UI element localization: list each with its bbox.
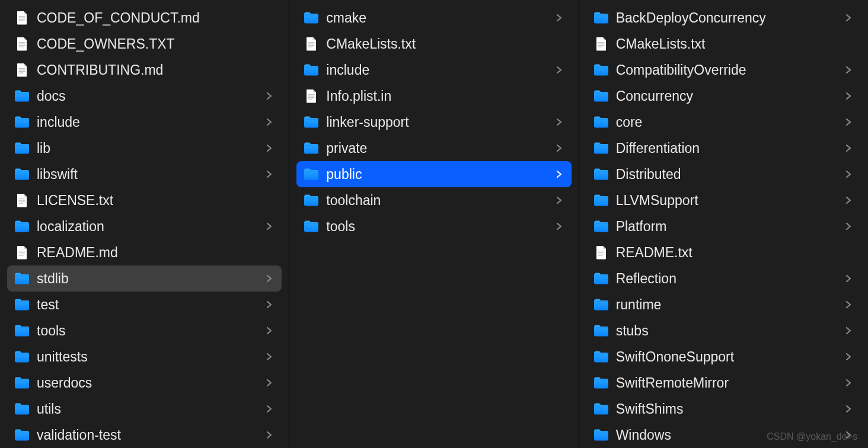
folder-item-unittests[interactable]: unittests xyxy=(7,344,282,370)
item-label: SwiftOnoneSupport xyxy=(616,349,841,365)
folder-item-swiftononesupport[interactable]: SwiftOnoneSupport xyxy=(586,344,861,370)
folder-item-differentiation[interactable]: Differentiation xyxy=(586,135,861,161)
svg-rect-19 xyxy=(19,255,24,256)
folder-item-utils[interactable]: utils xyxy=(7,396,282,422)
svg-rect-24 xyxy=(308,94,315,95)
file-item-code-of-conduct-md[interactable]: CODE_OF_CONDUCT.md xyxy=(7,5,282,31)
file-item-license-txt[interactable]: LICENSE.txt xyxy=(7,187,282,213)
item-label: utils xyxy=(37,401,261,417)
chevron-right-icon xyxy=(845,300,851,309)
file-icon xyxy=(14,11,30,24)
folder-item-platform[interactable]: Platform xyxy=(586,213,861,239)
folder-icon xyxy=(593,350,609,363)
folder-icon xyxy=(593,220,609,233)
chevron-right-icon xyxy=(266,300,272,309)
chevron-right-icon xyxy=(266,144,272,152)
item-label: Reflection xyxy=(616,271,841,287)
file-icon xyxy=(593,246,609,259)
folder-item-stubs[interactable]: stubs xyxy=(586,318,861,344)
folder-item-distributed[interactable]: Distributed xyxy=(586,161,861,187)
item-label: core xyxy=(616,114,841,130)
folder-item-localization[interactable]: localization xyxy=(7,213,282,239)
chevron-right-icon xyxy=(556,196,562,204)
folder-icon xyxy=(14,168,30,181)
folder-item-include[interactable]: include xyxy=(7,109,282,135)
file-item-cmakelists-txt[interactable]: CMakeLists.txt xyxy=(586,31,861,57)
folder-item-lib[interactable]: lib xyxy=(7,135,282,161)
folder-item-docs[interactable]: docs xyxy=(7,83,282,109)
folder-item-swiftshims[interactable]: SwiftShims xyxy=(586,396,861,422)
file-item-cmakelists-txt[interactable]: CMakeLists.txt xyxy=(296,31,571,57)
item-label: SwiftRemoteMirror xyxy=(616,375,841,391)
folder-item-reflection[interactable]: Reflection xyxy=(586,265,861,292)
folder-item-toolchain[interactable]: toolchain xyxy=(296,187,571,213)
folder-item-userdocs[interactable]: userdocs xyxy=(7,370,282,396)
item-label: validation-test xyxy=(37,427,261,443)
chevron-right-icon xyxy=(556,118,562,126)
folder-icon xyxy=(14,376,30,389)
chevron-right-icon xyxy=(845,405,851,413)
folder-item-backdeployconcurrency[interactable]: BackDeployConcurrency xyxy=(586,5,861,31)
folder-item-swiftremotemirror[interactable]: SwiftRemoteMirror xyxy=(586,370,861,396)
folder-item-libswift[interactable]: libswift xyxy=(7,161,282,187)
folder-item-runtime[interactable]: runtime xyxy=(586,292,861,318)
item-label: localization xyxy=(37,219,261,235)
folder-icon xyxy=(593,376,609,389)
folder-item-public[interactable]: public xyxy=(296,161,571,187)
item-label: include xyxy=(37,114,261,130)
column-1: cmake CMakeLists.txt include Info.plist.… xyxy=(289,0,579,448)
folder-item-core[interactable]: core xyxy=(586,109,861,135)
file-item-readme-md[interactable]: README.md xyxy=(7,239,282,265)
watermark-text: CSDN @yokan_de>s xyxy=(767,431,857,442)
svg-rect-18 xyxy=(19,254,25,254)
item-label: stubs xyxy=(616,323,841,339)
svg-rect-35 xyxy=(598,255,602,256)
svg-rect-2 xyxy=(19,19,25,20)
folder-icon xyxy=(14,350,30,363)
folder-item-include[interactable]: include xyxy=(296,57,571,83)
file-icon xyxy=(304,89,319,103)
folder-icon xyxy=(14,272,30,285)
folder-item-test[interactable]: test xyxy=(7,292,282,318)
folder-item-private[interactable]: private xyxy=(296,135,571,161)
file-icon xyxy=(14,63,30,76)
folder-item-linker-support[interactable]: linker-support xyxy=(296,109,571,135)
svg-rect-11 xyxy=(19,73,24,73)
item-label: docs xyxy=(37,88,261,104)
chevron-right-icon xyxy=(556,222,562,231)
folder-item-validation-test[interactable]: validation-test xyxy=(7,422,282,448)
folder-item-tools[interactable]: tools xyxy=(296,213,571,239)
file-icon xyxy=(304,37,319,50)
file-item-readme-txt[interactable]: README.txt xyxy=(586,239,861,265)
item-label: LLVMSupport xyxy=(616,193,841,209)
folder-item-concurrency[interactable]: Concurrency xyxy=(586,83,861,109)
folder-item-cmake[interactable]: cmake xyxy=(296,5,571,31)
folder-icon xyxy=(14,116,30,129)
folder-icon xyxy=(304,142,319,155)
item-label: Distributed xyxy=(616,167,841,183)
item-label: README.txt xyxy=(616,245,851,261)
item-label: LICENSE.txt xyxy=(37,193,272,209)
finder-column-view: CODE_OF_CONDUCT.md CODE_OWNERS.TXT CONTR… xyxy=(0,0,868,448)
file-item-contributing-md[interactable]: CONTRIBUTING.md xyxy=(7,57,282,83)
svg-rect-27 xyxy=(308,99,313,100)
folder-item-compatibilityoverride[interactable]: CompatibilityOverride xyxy=(586,57,861,83)
item-label: include xyxy=(326,62,551,78)
chevron-right-icon xyxy=(556,66,562,74)
folder-icon xyxy=(593,63,609,76)
folder-item-tools[interactable]: tools xyxy=(7,318,282,344)
folder-item-llvmsupport[interactable]: LLVMSupport xyxy=(586,187,861,213)
chevron-right-icon xyxy=(266,353,272,361)
folder-item-stdlib[interactable]: stdlib xyxy=(7,265,282,292)
file-icon xyxy=(14,246,30,259)
folder-icon xyxy=(593,89,609,103)
item-label: cmake xyxy=(326,10,551,26)
file-item-info-plist-in[interactable]: Info.plist.in xyxy=(296,83,571,109)
item-label: lib xyxy=(37,140,261,156)
file-item-code-owners-txt[interactable]: CODE_OWNERS.TXT xyxy=(7,31,282,57)
item-label: Differentiation xyxy=(616,140,841,156)
folder-icon xyxy=(593,116,609,129)
svg-rect-10 xyxy=(19,71,25,72)
folder-icon xyxy=(14,402,30,415)
svg-rect-7 xyxy=(19,47,24,47)
